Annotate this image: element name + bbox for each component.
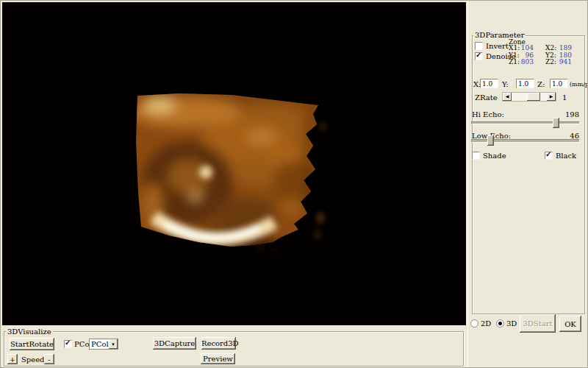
check-icon: ✓ xyxy=(65,339,71,347)
scale-y-input[interactable] xyxy=(516,79,534,88)
hi-echo-label: Hi Echo: xyxy=(472,111,504,118)
speed-minus-button[interactable]: - xyxy=(44,354,54,364)
denoise-checkbox[interactable]: ✓ xyxy=(475,52,483,60)
zrate-scrollbar-thumb[interactable] xyxy=(527,93,540,101)
mode-2d-label: 2D xyxy=(481,320,491,328)
pcolor-dropdown[interactable]: PColor ▼ xyxy=(89,339,118,350)
3d-viewport[interactable] xyxy=(2,2,466,325)
scale-z-input[interactable] xyxy=(550,79,568,88)
scale-z-label: Z: xyxy=(537,81,545,88)
scale-x-input[interactable] xyxy=(480,79,498,88)
zrate-right-arrow-icon[interactable]: ▶ xyxy=(547,93,556,101)
mode-3d-label: 3D xyxy=(506,320,517,328)
mode-2d-radio[interactable] xyxy=(470,319,478,328)
shade-checkbox[interactable] xyxy=(472,152,480,160)
zone-z2-label: Z2: xyxy=(545,59,557,66)
ultrasound-render xyxy=(2,2,466,325)
record3d-button[interactable]: Record3D xyxy=(201,337,236,350)
3dstart-button[interactable]: 3DStart xyxy=(520,314,556,333)
low-echo-slider[interactable] xyxy=(471,139,580,143)
visualize-group-title: 3DVisualize xyxy=(6,328,53,336)
scale-y-label: Y: xyxy=(502,81,509,88)
zrate-left-arrow-icon[interactable]: ◀ xyxy=(503,93,512,101)
zone-z2-value: 941 xyxy=(557,59,572,66)
speed-plus-button[interactable]: + xyxy=(7,354,18,364)
dropdown-arrow-icon[interactable]: ▼ xyxy=(109,339,118,349)
zone-z1-value: 803 xyxy=(520,59,534,66)
hi-echo-value: 198 xyxy=(563,111,579,118)
hi-echo-slider-thumb[interactable] xyxy=(553,118,559,128)
zrate-scrollbar[interactable]: ◀ ▶ xyxy=(502,92,556,102)
zone-z1-label: Z1: xyxy=(509,59,520,66)
zone-row-z: Z1: 803 Z2: 941 xyxy=(509,59,572,66)
hi-echo-slider[interactable] xyxy=(471,121,580,124)
low-echo-slider-thumb[interactable] xyxy=(487,135,494,146)
scale-unit-label: (mm/p) xyxy=(570,81,588,88)
visualize-panel: 3DVisualize StartRotate + Speed - ✓ PCol… xyxy=(2,325,467,368)
speed-label: Speed xyxy=(21,356,45,364)
shade-label: Shade xyxy=(483,152,506,160)
parameter-panel: 3DParameter Invert ✓ Denoise Zone X1: 10… xyxy=(467,1,588,368)
mode-3d-radio[interactable] xyxy=(496,319,504,328)
app-window: 3DParameter Invert ✓ Denoise Zone X1: 10… xyxy=(0,0,588,368)
3dcapture-button[interactable]: 3DCapture xyxy=(153,337,196,350)
start-rotate-button[interactable]: StartRotate xyxy=(10,338,54,350)
zrate-label: ZRate xyxy=(475,94,498,102)
parameter-groupbox xyxy=(472,35,585,314)
ok-button[interactable]: OK xyxy=(559,316,581,332)
invert-checkbox[interactable] xyxy=(475,42,483,50)
radio-dot-icon xyxy=(498,322,502,325)
pcolor-checkbox[interactable]: ✓ xyxy=(64,340,72,348)
zone-table: X1: 104 X2: 189 Y1: 96 Y2: 180 Z1: 803 Z… xyxy=(509,45,572,66)
check-icon: ✓ xyxy=(476,51,481,59)
black-checkbox[interactable]: ✓ xyxy=(545,152,553,160)
zrate-value: 1 xyxy=(562,94,567,102)
check-icon: ✓ xyxy=(545,150,551,158)
black-label: Black xyxy=(556,152,576,160)
preview-button[interactable]: Preview xyxy=(201,353,235,364)
invert-label: Invert xyxy=(486,43,509,50)
